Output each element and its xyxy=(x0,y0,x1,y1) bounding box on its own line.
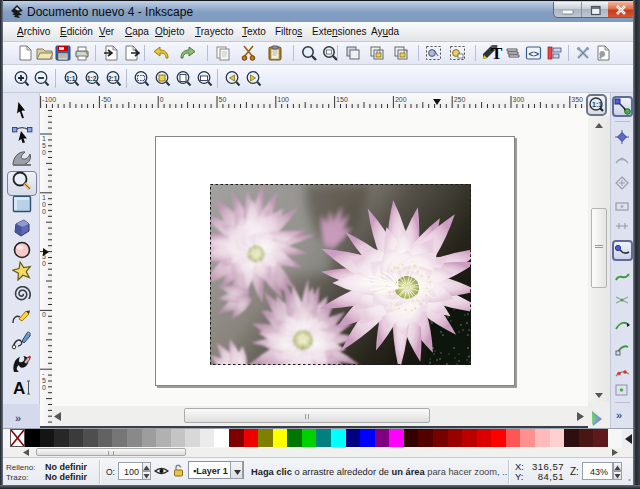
svg-text:1: 1 xyxy=(42,194,46,201)
svg-text:150: 150 xyxy=(336,96,348,103)
svg-text:0: 0 xyxy=(42,201,46,208)
svg-text:250: 250 xyxy=(454,96,466,103)
svg-text:0: 0 xyxy=(42,149,46,156)
svg-text:1: 1 xyxy=(42,135,46,142)
svg-text:100: 100 xyxy=(277,96,289,103)
svg-text:T: T xyxy=(491,45,503,61)
svg-text:0: 0 xyxy=(42,208,46,215)
svg-text:1:2: 1:2 xyxy=(87,75,97,82)
svg-text:1:1: 1:1 xyxy=(66,75,76,82)
svg-text:0: 0 xyxy=(42,384,46,391)
svg-text:350: 350 xyxy=(571,96,583,103)
svg-text:A: A xyxy=(13,379,25,398)
svg-text:1:1: 1:1 xyxy=(592,101,602,108)
svg-text:<>: <> xyxy=(529,49,540,59)
svg-text:0: 0 xyxy=(42,311,46,318)
svg-text:0: 0 xyxy=(42,260,46,267)
svg-text:-: - xyxy=(42,370,45,377)
svg-text:5: 5 xyxy=(42,142,46,149)
svg-text:300: 300 xyxy=(513,96,525,103)
svg-text:2:1: 2:1 xyxy=(108,75,118,82)
svg-text:0: 0 xyxy=(160,96,164,103)
svg-text:50: 50 xyxy=(219,96,227,103)
svg-text:-50: -50 xyxy=(101,96,111,103)
svg-text:200: 200 xyxy=(395,96,407,103)
svg-text:5: 5 xyxy=(42,377,46,384)
svg-text:-100: -100 xyxy=(42,96,56,103)
